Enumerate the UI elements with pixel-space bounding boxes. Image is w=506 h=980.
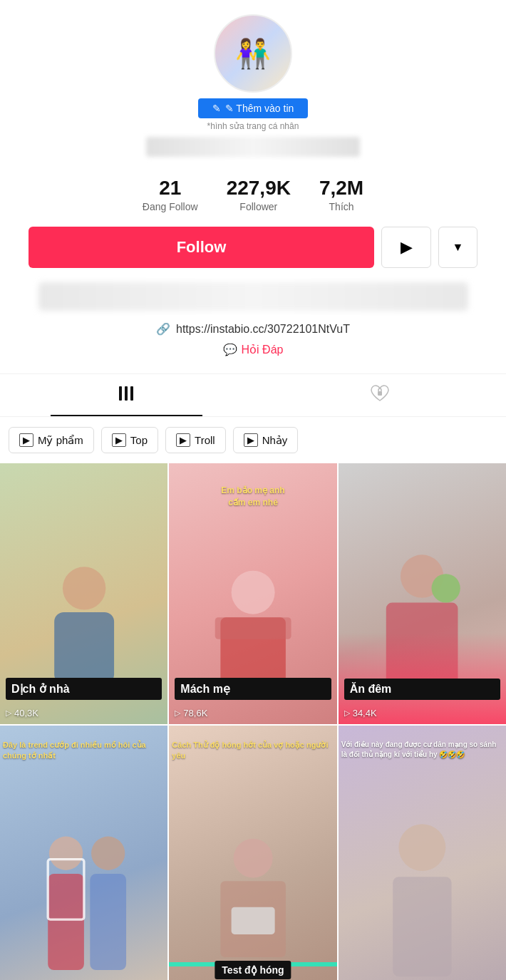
video-overlay-text-2: Em bảo mẹ anhcấm em nhé [169,485,336,509]
svg-point-20 [398,824,445,871]
avatar-image: 👫 [215,16,291,91]
stat-likes[interactable]: 7,2M Thích [319,177,363,212]
svg-rect-19 [231,907,274,934]
play-icon-3: ▷ [344,708,350,718]
edit-profile-label: ✎ Thêm vào tin [225,103,294,114]
svg-rect-8 [215,617,291,639]
svg-rect-15 [90,873,126,969]
video-grid: Dịch ở nhà ▷ 40,3K Em bảo mẹ anhcấm em n… [0,463,506,980]
video-overlay-text-5: Cách Thử độ hóng hớt của vợ hoặc người y… [172,740,334,762]
filter-row: ▶ Mỹ phẩm ▶ Top ▶ Troll ▶ Nhảy [0,417,506,463]
likes-label: Thích [329,201,354,212]
followers-label: Follower [239,201,277,212]
video-views-1: ▷ 40,3K [6,708,38,718]
video-cell-1[interactable]: Dịch ở nhà ▷ 40,3K [0,463,167,724]
youtube-button[interactable]: ▶ [381,227,431,268]
svg-point-14 [91,836,125,870]
edit-subtitle: *hình sửa trang cá nhân [207,121,299,131]
video-overlay-text-4: Đây là trend cướp đi nhiều mồ hôi của ch… [3,740,165,762]
qa-link[interactable]: 💬 Hỏi Đáp [223,343,284,356]
video-cell-3[interactable]: Ăn đêm ▷ 34,4K [339,463,506,724]
filter-top[interactable]: ▶ Top [101,427,158,453]
video-cell-6[interactable]: Với điều này đang được cư dân mạng so sá… [339,726,506,980]
profile-link[interactable]: 🔗 https://instabio.cc/30722101NtVuT [156,322,350,336]
svg-rect-5 [54,612,114,684]
svg-rect-13 [48,873,84,969]
filter-nhay[interactable]: ▶ Nhảy [233,427,299,453]
filter-label-4: Nhảy [262,434,288,447]
link-icon: 🔗 [156,322,170,336]
avatar: 👫 [214,14,292,93]
filter-play-icon-3: ▶ [176,433,190,447]
bio-blurred [38,282,468,311]
filter-play-icon-1: ▶ [19,433,33,447]
edit-icon: ✎ [212,103,221,114]
svg-point-4 [62,567,105,609]
filter-play-icon-4: ▶ [244,433,258,447]
filter-label-3: Troll [195,434,215,446]
svg-rect-21 [393,877,451,976]
svg-point-12 [49,836,83,870]
stat-followers[interactable]: 227,9K Follower [227,177,291,212]
video-views-2: ▷ 78,6K [175,708,207,718]
following-count: 21 [159,177,181,200]
video-label-1: Dịch ở nhà [6,678,162,700]
video-cell-5[interactable]: Cách Thử độ hóng hớt của vợ hoặc người y… [169,726,336,980]
likes-count: 7,2M [319,177,363,200]
qa-label: Hỏi Đáp [242,343,284,356]
svg-rect-1 [125,386,128,401]
svg-rect-3 [378,391,382,396]
stats-row: 21 Đang Follow 227,9K Follower 7,2M Thíc… [14,177,492,212]
filter-label-1: Mỹ phẩm [38,434,83,447]
profile-section: 👫 ✎ ✎ Thêm vào tin *hình sửa trang cá nh… [0,0,506,373]
following-label: Đang Follow [143,201,198,212]
svg-point-11 [432,574,460,602]
liked-tab-icon [370,384,390,406]
svg-point-17 [234,839,273,878]
tab-row [0,374,506,417]
video-overlay-text-6: Với điều này đang được cư dân mạng so sá… [341,740,503,760]
edit-profile-button[interactable]: ✎ ✎ Thêm vào tin [198,98,309,118]
filter-my-pham[interactable]: ▶ Mỹ phẩm [9,427,94,453]
tab-videos[interactable] [0,374,253,416]
username-blurred [146,137,360,157]
play-icon-1: ▷ [6,708,11,718]
link-url: https://instabio.cc/30722101NtVuT [176,323,350,336]
action-buttons: Follow ▶ ▼ [14,227,492,268]
tab-liked[interactable] [253,374,506,416]
video-cell-4[interactable]: Đây là trend cướp đi nhiều mồ hôi của ch… [0,726,167,980]
video-label-3: Ăn đêm [344,679,500,700]
stat-following[interactable]: 21 Đang Follow [143,177,198,212]
play-icon-2: ▷ [175,708,180,718]
svg-point-6 [231,571,274,614]
svg-rect-2 [130,386,133,401]
video-cell-2[interactable]: Em bảo mẹ anhcấm em nhé Mách mẹ ▷ 78,6K [169,463,336,724]
video-label-2: Mách mẹ [175,678,331,700]
filter-play-icon-2: ▶ [112,433,126,447]
video-views-3: ▷ 34,4K [344,708,377,718]
follow-button[interactable]: Follow [29,227,374,268]
dropdown-icon: ▼ [453,241,464,254]
video-label-5: Test độ hóng [215,961,291,979]
filter-label-2: Top [130,434,148,446]
more-button[interactable]: ▼ [438,227,477,268]
followers-count: 227,9K [227,177,291,200]
youtube-icon: ▶ [401,238,413,257]
qa-icon: 💬 [223,343,237,356]
svg-rect-0 [119,386,122,401]
videos-tab-icon [118,386,135,405]
filter-troll[interactable]: ▶ Troll [165,427,226,453]
